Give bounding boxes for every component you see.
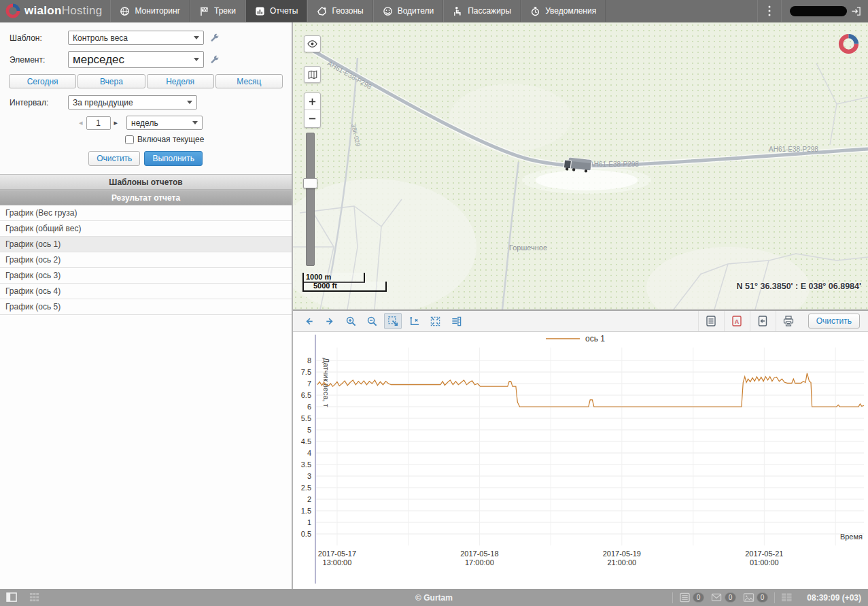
map-canvas: АН61-E38-Р298 38К-029 АН61-E38-Р298 АН61…	[293, 22, 868, 309]
legend-label: ось 1	[585, 334, 605, 343]
town-road	[502, 162, 519, 309]
passenger-icon	[453, 6, 463, 16]
zoom-in-button[interactable]	[305, 93, 320, 110]
apps-grid-button[interactable]	[29, 592, 39, 603]
geofence-icon	[317, 6, 327, 16]
report-result-item[interactable]: График (ось 3)	[0, 268, 292, 284]
template-select[interactable]: Контроль веса	[68, 31, 204, 45]
interval-decrement-button[interactable]: ◂	[79, 119, 83, 127]
report-result-item[interactable]: График (ось 5)	[0, 299, 292, 315]
report-result-item[interactable]: График (ось 2)	[0, 252, 292, 268]
interval-select[interactable]: За предыдущие	[68, 95, 197, 110]
report-result-item[interactable]: График (ось 4)	[0, 284, 292, 299]
app-logo: wialon Hosting	[0, 0, 110, 22]
user-menu[interactable]	[781, 0, 868, 22]
svg-text:3.5: 3.5	[301, 460, 311, 469]
template-label: Шаблон:	[10, 33, 68, 43]
arrow-right-tool[interactable]	[321, 313, 338, 329]
execute-button[interactable]: Выполнить	[144, 151, 203, 166]
nav-tab-label: Отчеты	[270, 6, 298, 16]
svg-text:2017-05-2101:00:00: 2017-05-2101:00:00	[745, 550, 783, 567]
interval-count-input[interactable]	[86, 116, 111, 130]
eye-icon	[307, 38, 318, 50]
clear-form-button[interactable]: Очистить	[88, 151, 140, 166]
map-layers-button[interactable]	[304, 66, 321, 83]
wrench-icon	[210, 33, 220, 43]
report-result-item[interactable]: График (Вес груза)	[0, 205, 292, 221]
nav-tab-report[interactable]: Отчеты	[245, 0, 307, 22]
zoom-out-tool[interactable]	[363, 313, 381, 329]
wialon-watermark-icon	[838, 33, 859, 54]
unit-select[interactable]: мерседес	[68, 51, 204, 68]
visibility-button[interactable]	[304, 35, 321, 52]
zoom-slider-track[interactable]	[306, 133, 315, 266]
zoom-reset-axis-tool[interactable]	[405, 313, 423, 329]
zoom-fit-icon	[430, 316, 441, 327]
zoom-out-button[interactable]	[305, 110, 320, 127]
chart-toolbar: A Очистить	[293, 311, 868, 332]
print-export-button[interactable]	[776, 311, 801, 331]
svg-text:2017-05-1713:00:00: 2017-05-1713:00:00	[318, 550, 356, 567]
zoom-slider-handle[interactable]	[303, 178, 317, 188]
excel-icon	[705, 315, 717, 327]
nav-tab-label: Пассажиры	[468, 6, 511, 16]
wialon-logo-icon	[5, 3, 20, 18]
chart-export-tools: A	[698, 311, 801, 331]
report-icon	[255, 6, 265, 16]
chevron-down-icon	[192, 121, 198, 124]
templates-section-header[interactable]: Шаблоны отчетов	[0, 174, 292, 190]
globe-icon	[120, 6, 130, 16]
interval-increment-button[interactable]: ▸	[114, 119, 118, 127]
road-label-secondary: 38К-029	[350, 123, 362, 147]
counter-badge: 0	[693, 592, 704, 603]
logo-text-secondary: Hosting	[62, 4, 103, 18]
kebab-menu-icon	[767, 5, 771, 17]
quick-range-button-3[interactable]: Месяц	[215, 74, 283, 88]
report-result-item[interactable]: График (ось 1)	[0, 237, 292, 252]
logout-icon[interactable]	[851, 6, 861, 16]
report-result-item[interactable]: График (общий вес)	[0, 221, 292, 237]
road-label-right: АН61-E38-Р298	[769, 146, 818, 153]
minus-icon	[308, 114, 317, 123]
messages-counter[interactable]: 0	[711, 592, 736, 603]
result-section-header[interactable]: Результат отчета	[0, 190, 292, 205]
chevron-down-icon	[194, 58, 199, 61]
nav-tab-flag[interactable]: Треки	[190, 0, 245, 22]
svg-text:Датчик веса, т: Датчик веса, т	[322, 358, 330, 407]
nav-tab-passenger[interactable]: Пассажиры	[443, 0, 521, 22]
nav-tab-globe[interactable]: Мониторинг	[110, 0, 190, 22]
plus-icon	[308, 97, 317, 106]
quick-range-button-0[interactable]: Сегодня	[9, 74, 76, 88]
nav-tab-alarm[interactable]: Уведомления	[521, 0, 606, 22]
table-icon	[781, 592, 793, 603]
pdf-export-button[interactable]: A	[724, 311, 750, 331]
chart-clear-button[interactable]: Очистить	[808, 314, 860, 329]
zoom-select-tool[interactable]	[384, 313, 402, 329]
report-chart[interactable]: 0.511.522.533.544.555.566.577.58Датчик в…	[293, 332, 868, 588]
quick-range-button-1[interactable]: Вчера	[77, 74, 145, 88]
flag-icon	[199, 6, 209, 16]
nav-tab-driver[interactable]: Водители	[373, 0, 443, 22]
table-view-button[interactable]	[781, 592, 793, 603]
template-settings-button[interactable]	[210, 33, 220, 43]
messages-icon	[711, 592, 723, 603]
unit-settings-button[interactable]	[210, 55, 220, 65]
export-file-export-button[interactable]	[750, 311, 776, 331]
legend-toggle-tool[interactable]	[447, 313, 465, 329]
zoom-in-tool[interactable]	[342, 313, 360, 329]
media-icon	[743, 592, 754, 603]
overflow-menu-button[interactable]	[757, 0, 781, 22]
map-layers-icon	[307, 69, 318, 80]
sidebar-toggle-button[interactable]	[6, 592, 18, 603]
jobs-counter[interactable]: 0	[679, 592, 704, 603]
arrow-left-tool[interactable]	[300, 313, 317, 329]
map-panel[interactable]: АН61-E38-Р298 38К-029 АН61-E38-Р298 АН61…	[293, 22, 868, 309]
include-current-checkbox[interactable]	[125, 135, 134, 144]
quick-range-button-2[interactable]: Неделя	[147, 74, 214, 88]
media-counter[interactable]: 0	[743, 592, 768, 603]
excel-export-button[interactable]	[698, 311, 724, 331]
zoom-fit-tool[interactable]	[426, 313, 444, 329]
zoom-select-icon	[387, 316, 399, 327]
interval-unit-select[interactable]: недель	[126, 116, 203, 130]
nav-tab-geofence[interactable]: Геозоны	[307, 0, 372, 22]
